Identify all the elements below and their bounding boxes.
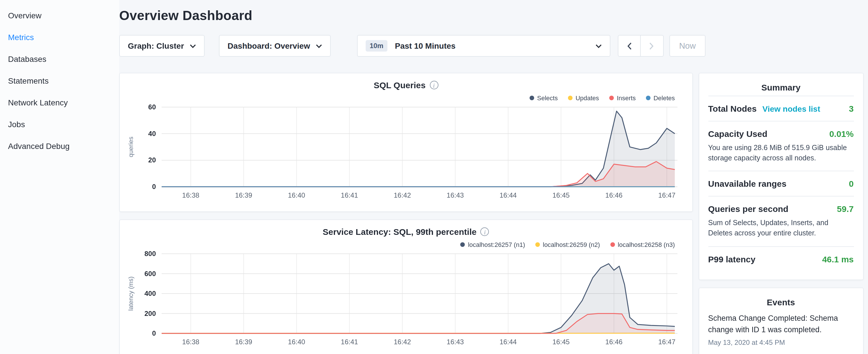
sidebar-item-jobs[interactable]: Jobs (0, 114, 119, 135)
sidebar-item-metrics[interactable]: Metrics (0, 26, 119, 48)
stat-value: 0.01% (829, 129, 854, 139)
service-latency-chart-card: Service Latency: SQL, 99th percentile i … (119, 219, 693, 354)
now-button[interactable]: Now (670, 35, 706, 57)
legend-label: Updates (576, 95, 599, 101)
svg-text:16:41: 16:41 (341, 191, 358, 199)
stat-value: 0 (849, 179, 854, 189)
svg-text:800: 800 (145, 250, 156, 257)
chevron-right-icon (650, 42, 654, 50)
svg-text:16:45: 16:45 (553, 338, 570, 346)
stat-label: Capacity Used (708, 129, 767, 139)
svg-text:0: 0 (152, 329, 156, 337)
chevron-left-icon (627, 42, 631, 50)
sidebar-item-databases[interactable]: Databases (0, 48, 119, 70)
chart-title: SQL Queries (374, 80, 426, 90)
event-message: Schema Change Completed: Schema change w… (708, 313, 854, 336)
svg-text:16:43: 16:43 (447, 338, 464, 346)
stat-description: You are using 28.6 MiB of 515.9 GiB usab… (708, 142, 854, 164)
sidebar: Overview Metrics Databases Statements Ne… (0, 0, 119, 354)
dashboard-content: SQL Queries i SelectsUpdatesInsertsDelet… (119, 73, 863, 354)
svg-text:16:46: 16:46 (606, 338, 623, 346)
svg-text:60: 60 (149, 104, 156, 111)
chart-legend: localhost:26257 (n1)localhost:26259 (n2)… (120, 236, 692, 249)
legend-label: localhost:26259 (n2) (543, 241, 600, 248)
svg-text:16:44: 16:44 (500, 191, 517, 199)
stat-label: Total Nodes (708, 104, 756, 114)
stat-label: Queries per second (708, 204, 788, 214)
stat-queries-per-second: Queries per second 59.7 Sum of Selects, … (708, 196, 854, 246)
legend-dot-icon (568, 96, 572, 100)
stat-value: 3 (849, 104, 854, 114)
svg-text:16:40: 16:40 (288, 338, 305, 346)
time-back-button[interactable] (618, 35, 641, 57)
svg-text:16:39: 16:39 (235, 191, 252, 199)
legend-dot-icon (609, 96, 614, 100)
legend-label: localhost:26257 (n1) (468, 241, 525, 248)
svg-text:16:47: 16:47 (658, 191, 676, 199)
legend-dot-icon (610, 242, 615, 247)
legend-item[interactable]: Inserts (609, 93, 636, 102)
legend-item[interactable]: Deletes (646, 93, 675, 102)
svg-text:16:47: 16:47 (658, 338, 676, 346)
stat-description: Sum of Selects, Updates, Inserts, and De… (708, 218, 854, 239)
stat-total-nodes: Total Nodes View nodes list 3 (708, 96, 854, 121)
legend-item[interactable]: localhost:26257 (n1) (461, 240, 525, 249)
chart-legend: SelectsUpdatesInsertsDeletes (120, 90, 692, 102)
svg-text:16:42: 16:42 (394, 338, 411, 346)
legend-label: Selects (537, 95, 558, 101)
time-window-label: Past 10 Minutes (395, 41, 456, 51)
time-range-dropdown[interactable]: 10m Past 10 Minutes (357, 35, 610, 57)
events-panel: Events Schema Change Completed: Schema c… (699, 287, 863, 354)
chart-header: SQL Queries i (120, 80, 692, 90)
legend-dot-icon (646, 96, 651, 100)
time-forward-button[interactable] (641, 35, 664, 57)
service-latency-chart[interactable]: 16:3816:3916:4016:4116:4216:4316:4416:45… (125, 250, 687, 351)
stat-capacity-used: Capacity Used 0.01% You are using 28.6 M… (708, 121, 854, 171)
svg-text:20: 20 (149, 156, 156, 164)
stat-value: 59.7 (837, 204, 854, 214)
time-window-badge: 10m (366, 40, 388, 52)
svg-text:16:41: 16:41 (341, 338, 358, 346)
graph-selector-dropdown[interactable]: Graph: Cluster (119, 35, 205, 57)
sidebar-item-statements[interactable]: Statements (0, 70, 119, 92)
stat-unavailable-ranges: Unavailable ranges 0 (708, 171, 854, 196)
sql-queries-chart[interactable]: 16:3816:3916:4016:4116:4216:4316:4416:45… (125, 104, 687, 204)
event-item[interactable]: Schema Change Completed: Schema change w… (708, 313, 854, 347)
chart-title: Service Latency: SQL, 99th percentile (323, 227, 476, 236)
svg-text:queries: queries (127, 137, 135, 157)
chevron-down-icon (190, 44, 196, 48)
info-icon[interactable]: i (480, 227, 489, 236)
graph-selector-label: Graph: Cluster (128, 41, 184, 51)
legend-item[interactable]: localhost:26258 (n3) (610, 240, 675, 249)
chart-header: Service Latency: SQL, 99th percentile i (120, 227, 692, 236)
svg-text:16:38: 16:38 (182, 338, 199, 346)
view-nodes-list-link[interactable]: View nodes list (762, 104, 820, 114)
summary-panel: Summary Total Nodes View nodes list 3 Ca… (699, 73, 863, 280)
legend-item[interactable]: localhost:26259 (n2) (535, 240, 600, 249)
stat-p99-latency: P99 latency 46.1 ms (708, 246, 854, 271)
sidebar-item-overview[interactable]: Overview (0, 5, 119, 26)
svg-text:600: 600 (145, 270, 156, 278)
svg-text:16:40: 16:40 (288, 191, 305, 199)
legend-dot-icon (461, 242, 465, 247)
event-timestamp: May 13, 2020 at 4:45 PM (708, 339, 854, 347)
legend-label: localhost:26258 (n3) (618, 241, 675, 248)
dashboard-selector-dropdown[interactable]: Dashboard: Overview (219, 35, 331, 57)
info-icon[interactable]: i (430, 81, 438, 89)
dashboard-selector-label: Dashboard: Overview (227, 41, 310, 51)
main-content: Overview Dashboard Graph: Cluster Dashbo… (119, 0, 868, 354)
legend-dot-icon (530, 96, 534, 100)
summary-title: Summary (708, 83, 854, 92)
sidebar-item-advanced-debug[interactable]: Advanced Debug (0, 135, 119, 157)
time-pager (618, 35, 664, 57)
svg-text:16:43: 16:43 (447, 191, 464, 199)
legend-item[interactable]: Selects (530, 93, 558, 102)
svg-text:0: 0 (152, 183, 156, 190)
svg-text:16:42: 16:42 (394, 191, 411, 199)
legend-item[interactable]: Updates (568, 93, 599, 102)
stat-label: P99 latency (708, 254, 755, 264)
sidebar-item-network-latency[interactable]: Network Latency (0, 92, 119, 114)
svg-text:16:45: 16:45 (553, 191, 570, 199)
app-root: Overview Metrics Databases Statements Ne… (0, 0, 868, 354)
events-title: Events (708, 297, 854, 307)
